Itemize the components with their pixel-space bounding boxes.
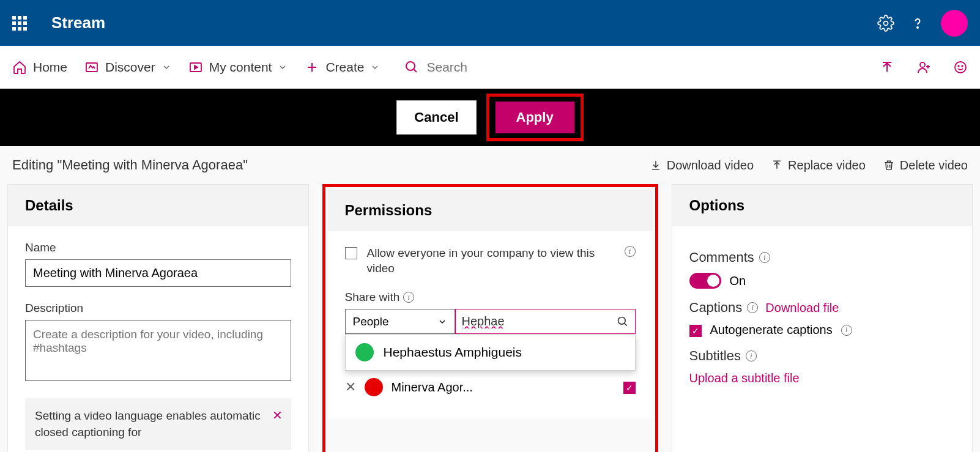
nav-create[interactable]: Create (305, 60, 380, 75)
comments-toggle[interactable] (689, 273, 721, 289)
smile-icon[interactable] (953, 60, 968, 75)
name-input[interactable] (25, 259, 291, 287)
plus-icon (305, 60, 319, 75)
cancel-button[interactable]: Cancel (396, 100, 476, 135)
share-search-input[interactable] (462, 309, 617, 333)
help-icon[interactable] (909, 15, 926, 32)
info-icon[interactable]: i (747, 302, 758, 313)
chevron-down-icon (437, 317, 447, 327)
editing-title: Editing "Meeting with Minerva Agoraea" (12, 157, 248, 173)
video-icon (188, 60, 203, 75)
nav-home-label: Home (33, 60, 67, 75)
search-icon (404, 60, 419, 75)
gear-icon[interactable] (877, 15, 894, 32)
replace-label: Replace video (788, 158, 866, 172)
download-icon (650, 159, 662, 171)
search-icon (617, 316, 629, 328)
chevron-down-icon (370, 62, 380, 72)
captions-section: Captions i Download file (689, 300, 956, 316)
app-name: Stream (51, 13, 105, 32)
shared-person-name: Minerva Agor... (392, 380, 590, 395)
svg-point-5 (920, 62, 925, 67)
search-input[interactable] (426, 60, 549, 75)
info-icon[interactable]: i (625, 246, 636, 257)
delete-video-action[interactable]: Delete video (883, 158, 968, 172)
svg-point-1 (917, 27, 918, 28)
nav-bar: Home Discover My content Create (0, 46, 980, 89)
subtitles-section: Subtitles i (689, 348, 956, 364)
trash-icon (883, 159, 895, 171)
comments-state: On (730, 274, 746, 288)
upload-icon[interactable] (880, 60, 894, 75)
svg-point-4 (406, 62, 415, 70)
suggestion-name: Hephaestus Amphigueis (384, 345, 522, 360)
apply-button[interactable]: Apply (496, 102, 574, 133)
options-panel: Options Comments i On Captions i Downloa… (672, 184, 973, 452)
nav-home[interactable]: Home (12, 60, 67, 75)
nav-discover[interactable]: Discover (84, 60, 171, 75)
info-icon[interactable]: i (759, 252, 770, 263)
nav-create-label: Create (325, 60, 364, 75)
nav-discover-label: Discover (105, 60, 155, 75)
name-label: Name (25, 241, 291, 254)
autogen-checkbox[interactable] (689, 325, 702, 337)
svg-point-0 (884, 21, 888, 25)
svg-point-7 (958, 65, 959, 67)
discover-icon (84, 60, 99, 75)
scope-value: People (353, 315, 389, 328)
title-row: Editing "Meeting with Minerva Agoraea" D… (0, 146, 980, 184)
permissions-panel: Permissions Allow everyone in your compa… (328, 190, 653, 418)
suggestion-dropdown: Hephaestus Amphigueis (345, 334, 636, 371)
autogen-label: Autogenerate captions (710, 323, 833, 337)
nav-my-content[interactable]: My content (188, 60, 288, 75)
chevron-down-icon (278, 62, 288, 72)
share-with-label: Share with i (345, 291, 636, 304)
options-header: Options (672, 185, 973, 226)
language-info-box: Setting a video language enables automat… (25, 398, 291, 450)
permissions-header: Permissions (328, 190, 653, 231)
apply-highlight: Apply (486, 94, 584, 141)
person-avatar (355, 343, 374, 361)
allow-everyone-checkbox[interactable] (345, 247, 357, 259)
upload-subtitle-link[interactable]: Upload a subtitle file (689, 371, 956, 385)
download-label: Download video (667, 158, 754, 172)
svg-point-9 (618, 317, 625, 324)
chevron-down-icon (161, 62, 171, 72)
replace-icon (771, 159, 783, 171)
details-header: Details (8, 185, 308, 226)
download-captions-link[interactable]: Download file (765, 301, 839, 315)
download-video-action[interactable]: Download video (650, 158, 754, 172)
info-text: Setting a video language enables automat… (35, 409, 261, 439)
delete-label: Delete video (900, 158, 968, 172)
add-person-icon[interactable] (916, 60, 931, 75)
description-input[interactable] (25, 320, 291, 381)
details-panel: Details Name Description Setting a video… (7, 184, 309, 452)
remove-person-icon[interactable]: ✕ (345, 379, 356, 395)
home-icon (12, 60, 27, 75)
top-bar: Stream (0, 0, 980, 46)
share-scope-dropdown[interactable]: People (345, 309, 455, 334)
avatar[interactable] (941, 10, 968, 37)
close-icon[interactable]: ✕ (272, 407, 283, 424)
shared-person-row: ✕ Minerva Agor... (345, 371, 636, 404)
description-label: Description (25, 302, 291, 315)
replace-video-action[interactable]: Replace video (771, 158, 866, 172)
info-icon[interactable]: i (841, 325, 852, 336)
info-icon[interactable]: i (403, 292, 414, 303)
allow-everyone-label: Allow everyone in your company to view t… (367, 246, 615, 276)
owner-checkbox[interactable] (623, 382, 636, 394)
suggestion-item[interactable]: Hephaestus Amphigueis (346, 335, 635, 370)
nav-mycontent-label: My content (209, 60, 272, 75)
svg-point-6 (955, 62, 966, 73)
svg-point-8 (962, 65, 963, 67)
comments-section: Comments i (689, 250, 956, 265)
permissions-highlight: Permissions Allow everyone in your compa… (322, 184, 658, 452)
person-avatar (365, 378, 383, 396)
app-launcher-icon[interactable] (12, 16, 27, 31)
action-bar: Cancel Apply (0, 89, 980, 146)
info-icon[interactable]: i (746, 350, 757, 361)
share-search-wrap (455, 309, 636, 334)
